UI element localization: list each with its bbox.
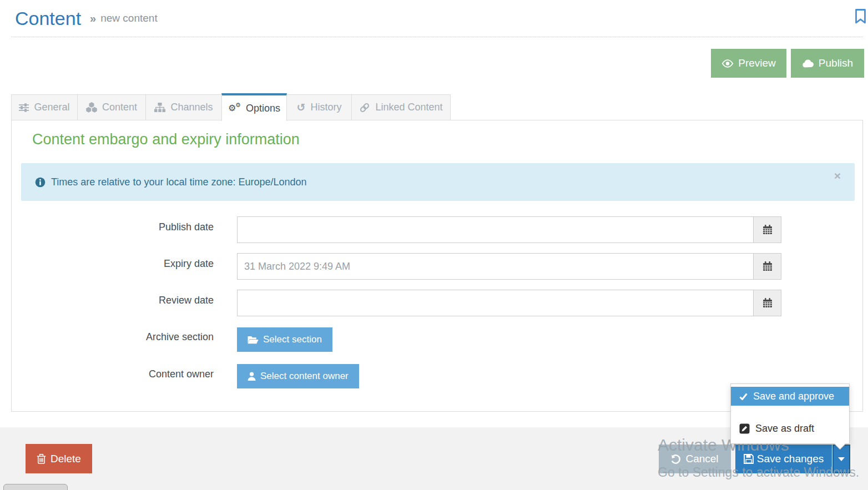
close-icon[interactable]: × xyxy=(834,170,841,181)
menu-item-save-and-approve[interactable]: Save and approve xyxy=(731,387,849,406)
save-changes-button[interactable]: Save changes xyxy=(735,444,832,473)
select-content-owner-button[interactable]: Select content owner xyxy=(237,364,359,388)
tab-label: Options xyxy=(246,103,280,114)
pencil-square-icon xyxy=(739,423,750,434)
folder-open-icon xyxy=(248,336,259,344)
alert-text: Times are relative to your local time zo… xyxy=(51,176,307,188)
cubes-icon xyxy=(86,102,97,113)
tab-history[interactable]: ↺ History xyxy=(286,94,352,120)
select-section-button[interactable]: Select section xyxy=(237,327,332,352)
tab-label: Content xyxy=(102,102,137,113)
select-content-owner-label: Select content owner xyxy=(260,371,349,382)
preview-button[interactable]: Preview xyxy=(711,49,786,78)
user-icon xyxy=(248,372,256,381)
info-circle-icon xyxy=(35,177,46,188)
review-date-group xyxy=(237,290,781,316)
expiry-date-input[interactable] xyxy=(237,253,754,280)
publish-date-group xyxy=(237,216,781,243)
cogs-icon: ⚙⚙ xyxy=(228,103,241,114)
breadcrumb-separator: » xyxy=(90,12,96,25)
check-icon xyxy=(739,393,748,400)
tab-label: General xyxy=(34,102,69,113)
archive-section-label: Archive section xyxy=(11,331,214,343)
cloud-icon xyxy=(802,59,814,68)
menu-item-save-as-draft[interactable]: Save as draft xyxy=(731,419,849,438)
delete-button[interactable]: Delete xyxy=(26,444,92,473)
review-date-input[interactable] xyxy=(237,290,754,316)
bookmark-icon[interactable] xyxy=(855,9,866,24)
tab-label: Linked Content xyxy=(375,102,442,113)
breadcrumb: new content xyxy=(100,12,157,24)
history-icon: ↺ xyxy=(297,102,306,113)
status-tooltip xyxy=(3,484,68,490)
link-icon xyxy=(359,102,370,113)
publish-date-label: Publish date xyxy=(11,221,214,233)
trash-icon xyxy=(37,454,46,464)
calendar-icon[interactable] xyxy=(753,216,781,243)
cms-content-options-page: { "page": { "title": "Content", "breadcr… xyxy=(0,0,868,490)
save-changes-label: Save changes xyxy=(757,453,824,465)
tab-label: History xyxy=(310,102,341,113)
floppy-icon xyxy=(744,454,754,464)
tab-general[interactable]: General xyxy=(11,94,78,120)
page-header: Content » new content xyxy=(11,0,863,37)
tab-linked-content[interactable]: Linked Content xyxy=(351,94,451,120)
menu-item-label: Save and approve xyxy=(753,391,834,402)
save-options-toggle-button[interactable] xyxy=(832,444,850,473)
calendar-icon[interactable] xyxy=(753,290,781,316)
tab-label: Channels xyxy=(170,102,213,113)
menu-item-label: Save as draft xyxy=(755,423,814,435)
cancel-label: Cancel xyxy=(685,453,718,465)
calendar-icon[interactable] xyxy=(753,253,781,280)
undo-icon xyxy=(671,454,681,464)
preview-label: Preview xyxy=(738,57,776,69)
tab-content[interactable]: Content xyxy=(77,94,146,120)
cancel-button[interactable]: Cancel xyxy=(659,444,731,473)
review-date-label: Review date xyxy=(11,295,214,306)
info-alert: Times are relative to your local time zo… xyxy=(21,163,855,201)
page-title: Content xyxy=(15,8,81,29)
publish-button[interactable]: Publish xyxy=(791,49,864,78)
eye-icon xyxy=(721,59,734,68)
caret-down-icon xyxy=(838,457,845,461)
expiry-date-label: Expiry date xyxy=(11,258,214,270)
sliders-icon xyxy=(19,103,29,112)
tab-options[interactable]: ⚙⚙ Options xyxy=(221,93,287,121)
expiry-date-group xyxy=(237,253,781,280)
tab-bar: General Content Channels ⚙⚙ Options ↺ Hi… xyxy=(11,93,451,120)
tab-channels[interactable]: Channels xyxy=(145,94,222,120)
save-dropdown-menu: Save and approve Save as draft xyxy=(730,383,850,444)
publish-label: Publish xyxy=(819,57,853,69)
publish-date-input[interactable] xyxy=(237,216,754,243)
sitemap-icon xyxy=(154,103,165,112)
section-heading: Content embargo and expiry information xyxy=(32,131,300,148)
delete-label: Delete xyxy=(51,453,81,465)
content-owner-label: Content owner xyxy=(11,368,214,380)
select-section-label: Select section xyxy=(263,334,322,345)
